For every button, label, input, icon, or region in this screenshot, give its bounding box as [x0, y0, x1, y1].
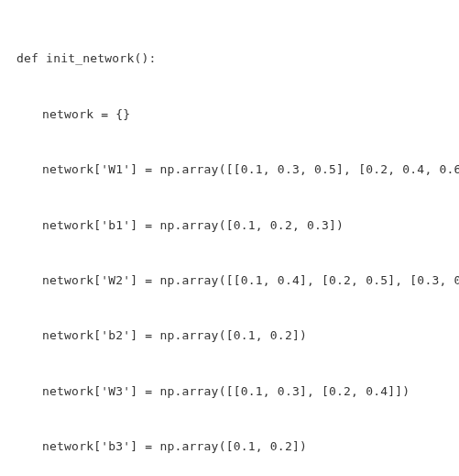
code-line: def init_network():	[16, 50, 443, 68]
code-block: def init_network(): network = {} network…	[16, 13, 443, 476]
code-line: network['b3'] = np.array([0.1, 0.2])	[16, 437, 443, 456]
code-line: network['W3'] = np.array([[0.1, 0.3], [0…	[16, 382, 443, 401]
code-line: network['b1'] = np.array([0.1, 0.2, 0.3]…	[16, 216, 443, 235]
code-line: network['W1'] = np.array([[0.1, 0.3, 0.5…	[16, 161, 443, 179]
code-line: network['b2'] = np.array([0.1, 0.2])	[16, 327, 443, 345]
code-line: network['W2'] = np.array([[0.1, 0.4], [0…	[16, 271, 443, 290]
code-line: network = {}	[16, 105, 443, 124]
